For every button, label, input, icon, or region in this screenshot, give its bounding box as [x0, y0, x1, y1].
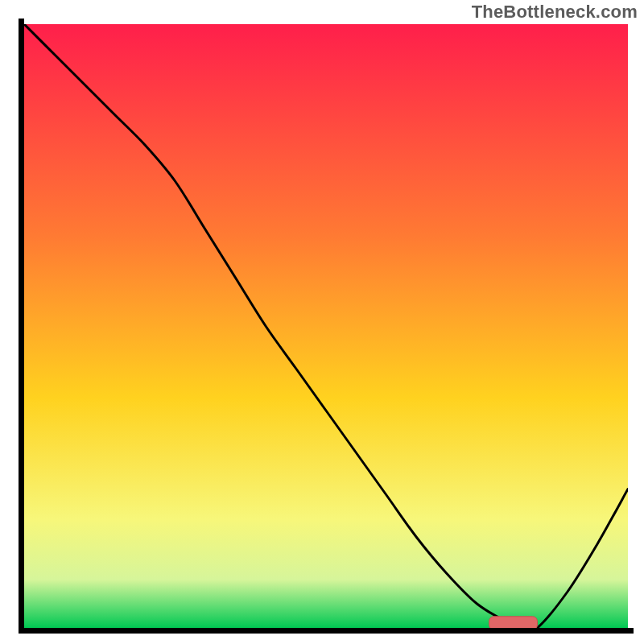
watermark-text: TheBottleneck.com [472, 2, 638, 23]
y-axis [19, 19, 24, 634]
bottleneck-chart [0, 0, 644, 644]
x-axis [19, 628, 634, 634]
optimum-marker [489, 617, 538, 630]
chart-frame: TheBottleneck.com [0, 0, 644, 644]
